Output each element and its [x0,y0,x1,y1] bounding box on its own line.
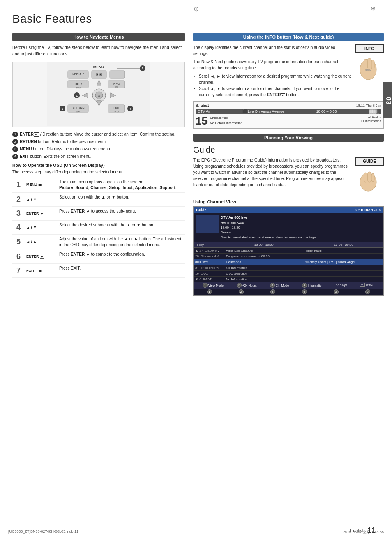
svg-text:⊡: ⊡ [98,94,100,97]
osd-step-6: 6 [12,250,25,264]
osd-row-7: 7 EXIT →■ Press EXIT. [12,264,185,278]
arrow-up-icon [196,104,199,107]
guide-ch-3-prog2: ©Family Affairs | Fiv... | ©Dark Angel [304,259,384,265]
osd-row-5: 5 ◄ / ► Adjust the value of an item with… [12,235,185,250]
guide-channel-rows: ▲ 27 Discovery American Chopper Time Tea… [194,248,383,282]
footer-num-3: 3 [270,283,275,288]
guide-title: Guide [193,145,384,155]
guide-ch-row-1: ▲ 27 Discovery American Chopper Time Tea… [194,248,383,254]
guide-ch-row-5: 16 QVC QVC Selection [194,271,383,277]
info-para2: The Now & Next guide shows daily TV prog… [193,59,351,71]
osd-table: 1 MENU ☰ The main menu options appear on… [12,178,185,278]
channel-info-box: abc1 18:11 Thu 6 Jan DTV Air ⬛ Life On V… [193,101,384,129]
svg-text:⊞↩: ⊞↩ [76,110,80,113]
bullet-3: 3 MENU button: Displays the main on-scre… [12,146,185,152]
remote-diagram: MENU 3 MEDIA.P ▣ ▣ [12,62,185,127]
info-button-visual: INFO [355,44,384,53]
watch-label: ↵ Watch [361,116,381,119]
info-bullets: Scroll ◄, ► to view information for a de… [193,73,351,98]
guide-ch-2-num: 28 DiscoveryH&L [194,254,224,259]
info-image: INFO hand [355,44,384,98]
navigate-menus-section: How to Navigate Menus Before using the T… [12,33,185,278]
osd-step-3: 3 [12,206,25,220]
svg-rect-44 [371,173,374,182]
osd-desc-4: Select the desired submenu with the ▲ or… [58,220,185,234]
crosshair-icon: ⊕ [194,5,199,13]
guide-col-today: Today [194,242,224,247]
osd-key-6: ENTER ↵ [25,250,58,264]
tab-number: 03 [385,88,392,114]
footer-num-2: 2 [237,283,242,288]
bullet-num-4: 4 [12,154,18,159]
guide-ch-row-3: 800 five Home and.... ©Family Affairs | … [194,259,383,265]
page-container: ⊕ ⊕ Basic Features 03 Basic Features How… [0,0,392,543]
guide-ch-6-prog1: No Information [224,277,383,282]
guide-footer-circle-5: 5 [334,289,339,294]
guide-ch-5-num: 16 QVC [194,271,224,276]
svg-text:MENU: MENU [93,65,104,69]
guide-ch-row-2: 28 DiscoveryH&L Programmes resume at 06:… [194,254,383,259]
bullet-1: 1 ENTER↵ / Direction button: Move the cu… [12,132,185,137]
page-number: 11 [367,526,376,535]
footer-enter-icon: ↵ [360,283,365,287]
channel-category: Unclassified [210,116,242,121]
osd-desc-3: Press ENTER ↵ to access the sub-menu. [58,206,185,220]
osd-row-3: 3 ENTER ↵ Press ENTER ↵ to access the su… [12,206,185,220]
bullet-num-1: 1 [12,132,18,137]
page-title: Basic Features [12,12,384,25]
channel-type: DTV Air [198,109,210,113]
guide-show-info: DTV Air 800 five Home and Away 18:00 - 1… [194,213,383,242]
info-para1: The display identifies the current chann… [193,44,351,57]
svg-text:EXIT: EXIT [113,106,120,110]
guide-button-visual: GUIDE [355,157,384,166]
osd-desc-6: Press ENTER ↵ to complete the configurat… [58,250,185,264]
channel-detail-row: 15 Unclassified No Details Information ↵… [196,116,381,126]
navigate-menus-header: How to Navigate Menus [12,33,185,41]
channel-no-detail: No Details Information [210,121,242,126]
guide-content: The EPG (Electronic Programme Guide) inf… [193,157,384,195]
footer-left: [UC6000_ZT]BN68-02748H-00L03.indb 11 [8,529,78,535]
guide-footer-circle-2: 2 [239,289,244,294]
channel-name-display: abc1 [196,104,209,108]
svg-text:t⊡: t⊡ [115,86,118,88]
info-bullet-1: Scroll ◄, ► to view information for a de… [199,73,351,85]
guide-ch-1-num: ▲ 27 Discovery [194,248,224,253]
guide-ch-5-prog1: QVC Selection [224,271,383,276]
guide-ch-3-num: 800 five [194,259,224,265]
svg-rect-43 [368,172,371,182]
planning-header: Planning Your Viewing [193,134,384,142]
guide-show-title: DTV Air 800 five [221,215,318,220]
info-bullet-2: Scroll ▲, ▼ to view information for othe… [199,85,351,98]
osd-subtitle: The access step may differ depending on … [12,170,185,174]
channel-num-big: 15 [196,116,208,126]
osd-row-2: 2 ▲ / ▼ Select an icon with the ▲ or ▼ b… [12,192,185,206]
guide-footer-4: 4 Information [302,283,323,288]
navigate-intro: Before using the TV, follow the steps be… [12,44,185,58]
osd-step-7: 7 [12,264,25,278]
guide-footer-circle-3: 3 [270,289,275,294]
guide-ch-row-6: ▼ 6 R4DTI No Information [194,277,383,282]
svg-marker-40 [196,104,199,107]
bullet-2-text: RETURN button: Returns to the previous m… [20,139,107,145]
osd-key-3: ENTER ↵ [25,206,58,220]
svg-text:▣ ▣: ▣ ▣ [96,73,102,76]
svg-rect-37 [368,58,371,69]
guide-hand-svg [355,168,382,194]
info-text: The display identifies the current chann… [193,44,351,98]
svg-text:hand: hand [365,68,371,71]
svg-text:MEDIA.P: MEDIA.P [72,72,85,76]
guide-footer-nums: 1 2 3 4 5 6 [194,289,383,295]
osd-step-4: 4 [12,220,25,234]
guide-image: GUIDE [355,157,384,195]
guide-ch-row-4: 24 price-drop.tv No Information [194,265,383,271]
bullet-4: 4 EXIT button: Exits the on-screen menu. [12,154,185,159]
guide-screen-header: Guide 2:10 Tue 1 Jun [194,207,383,213]
footer-num-1: 1 [203,283,208,288]
bullet-num-3: 3 [12,146,18,152]
bullet-1-text: ENTER↵ / Direction button: Move the curs… [20,132,175,137]
guide-thumbnail [196,215,219,233]
channel-view-title: Using Channel View [193,199,384,204]
osd-key-4: ▲ / ▼ [25,220,58,234]
channel-progress: ▓▓▓░ [369,109,379,113]
svg-text:INFO: INFO [113,82,120,85]
